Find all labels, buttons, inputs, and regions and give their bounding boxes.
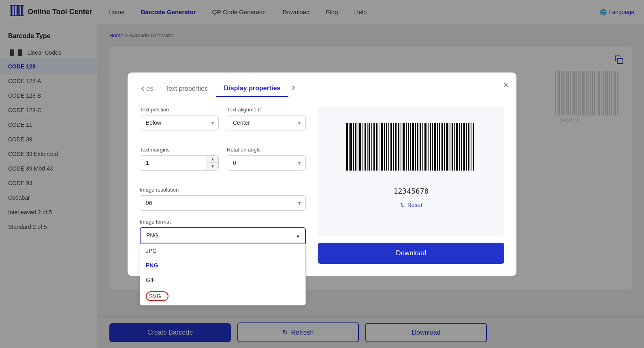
image-resolution-select-wrapper: 96 ▾	[140, 195, 306, 211]
svg-rect-90	[459, 123, 460, 171]
svg-rect-86	[450, 123, 450, 171]
image-resolution-group: Image resolution 96 ▾	[140, 187, 306, 211]
image-format-group: Image format PNG ▴ JPG PNG GIF SVG	[140, 219, 306, 243]
svg-rect-85	[446, 123, 448, 171]
svg-rect-57	[379, 123, 380, 171]
format-option-svg[interactable]: SVG	[140, 287, 305, 305]
modal-next-arrow[interactable]	[290, 85, 296, 93]
svg-rect-73	[417, 123, 418, 171]
modal-header: es Text properties Display properties ×	[128, 73, 516, 97]
download-button-modal[interactable]: Download	[318, 243, 504, 264]
stepper-up-button[interactable]: ▲	[207, 156, 218, 163]
stepper-buttons: ▲ ▼	[207, 156, 218, 170]
modal-close-button[interactable]: ×	[503, 80, 508, 90]
svg-rect-93	[466, 123, 467, 171]
refresh-icon-small: ↻	[400, 202, 405, 208]
svg-rect-50	[363, 123, 363, 171]
text-alignment-group: Text alignment Center ▾	[227, 107, 306, 130]
svg-rect-82	[439, 123, 440, 171]
svg-rect-47	[355, 123, 356, 171]
svg-label: SVG	[146, 291, 168, 301]
svg-rect-75	[422, 123, 423, 171]
format-option-jpg[interactable]: JPG	[140, 243, 305, 258]
svg-rect-53	[369, 123, 370, 171]
text-margins-stepper: 1 ▲ ▼	[140, 155, 219, 171]
modal-overlay[interactable]: es Text properties Display properties × …	[0, 0, 644, 348]
svg-rect-96	[473, 123, 474, 171]
format-option-gif[interactable]: GIF	[140, 273, 305, 287]
svg-rect-79	[432, 123, 433, 171]
modal-tab-display[interactable]: Display properties	[216, 81, 289, 97]
svg-rect-78	[430, 123, 431, 171]
text-margins-group: Text margins 1 ▲ ▼	[140, 147, 219, 171]
format-option-png[interactable]: PNG	[140, 258, 305, 273]
svg-rect-72	[415, 123, 416, 171]
svg-rect-56	[376, 123, 377, 171]
image-format-select[interactable]: PNG ▴	[140, 227, 306, 243]
svg-rect-55	[373, 123, 375, 171]
reset-link[interactable]: ↻ Reset	[400, 202, 422, 208]
modal-body: Text position Below ▾ Text alignment	[128, 97, 516, 276]
svg-rect-77	[428, 123, 429, 171]
svg-rect-63	[393, 123, 394, 171]
svg-rect-43	[346, 123, 348, 171]
svg-rect-66	[401, 123, 401, 171]
svg-rect-89	[456, 123, 458, 171]
barcode-number: 12345678	[394, 187, 429, 195]
svg-rect-80	[434, 123, 436, 171]
rotation-angle-select-wrapper: 0 ▾	[227, 155, 306, 171]
svg-rect-51	[365, 123, 366, 171]
svg-rect-92	[463, 123, 465, 171]
image-format-select-wrapper: PNG ▴ JPG PNG GIF SVG	[140, 227, 306, 243]
stepper-down-button[interactable]: ▼	[207, 163, 218, 170]
text-position-select-wrapper: Below ▾	[140, 115, 219, 130]
barcode-preview-svg	[342, 119, 480, 184]
reset-label: Reset	[407, 202, 422, 208]
chevron-down-icon-3: ▾	[298, 160, 301, 166]
modal-prev-arrow[interactable]: es	[140, 85, 153, 92]
svg-rect-45	[350, 123, 352, 171]
svg-rect-59	[384, 123, 385, 171]
svg-rect-83	[441, 123, 443, 171]
text-margins-label: Text margins	[140, 147, 219, 153]
chevron-down-icon-4: ▾	[298, 200, 301, 206]
svg-rect-95	[471, 123, 471, 171]
svg-rect-69	[408, 123, 409, 171]
svg-rect-60	[386, 123, 387, 171]
svg-rect-81	[437, 123, 438, 171]
svg-rect-70	[410, 123, 411, 171]
modal-prev-label: es	[146, 85, 153, 92]
svg-rect-71	[412, 123, 414, 171]
form-row-2: Text margins 1 ▲ ▼ Rotation angle	[140, 147, 306, 179]
image-format-label: Image format	[140, 219, 306, 225]
svg-rect-91	[461, 123, 462, 171]
svg-rect-46	[353, 123, 354, 171]
text-margins-input[interactable]: 1	[140, 156, 207, 170]
image-resolution-select[interactable]: 96 ▾	[140, 195, 306, 211]
chevron-up-icon: ▴	[296, 232, 299, 239]
svg-rect-44	[349, 123, 350, 171]
svg-rect-62	[390, 123, 392, 171]
svg-rect-84	[444, 123, 445, 171]
text-alignment-select[interactable]: Center ▾	[227, 115, 306, 130]
modal-preview: 12345678 ↻ Reset Download	[318, 107, 504, 264]
text-position-select[interactable]: Below ▾	[140, 115, 219, 130]
modal-form: Text position Below ▾ Text alignment	[140, 107, 306, 264]
modal-dialog: es Text properties Display properties × …	[128, 73, 516, 276]
image-resolution-label: Image resolution	[140, 187, 306, 193]
chevron-down-icon: ▾	[211, 120, 214, 126]
svg-rect-67	[403, 123, 405, 171]
svg-rect-52	[367, 123, 368, 171]
svg-rect-76	[424, 123, 426, 171]
text-position-label: Text position	[140, 107, 219, 113]
rotation-angle-label: Rotation angle	[227, 147, 306, 153]
svg-rect-88	[454, 123, 455, 171]
svg-rect-74	[420, 123, 421, 171]
text-alignment-label: Text alignment	[227, 107, 306, 113]
svg-rect-49	[359, 123, 361, 171]
rotation-angle-select[interactable]: 0 ▾	[227, 155, 306, 171]
text-position-group: Text position Below ▾	[140, 107, 219, 130]
modal-tab-text[interactable]: Text properties	[157, 81, 216, 96]
svg-rect-94	[468, 123, 469, 171]
svg-rect-61	[388, 123, 389, 171]
